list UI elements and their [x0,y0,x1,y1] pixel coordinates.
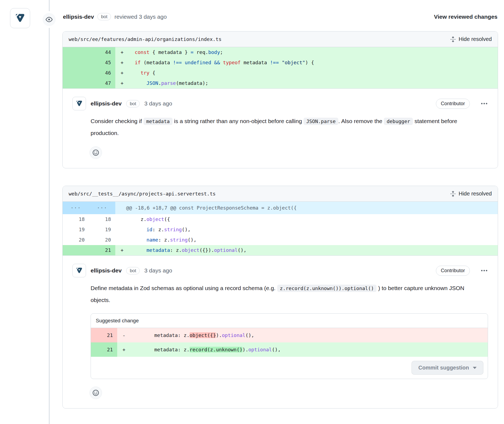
diff-block: ······@@ -18,6 +18,7 @@ const ProjectRes… [63,202,498,256]
code-token [129,247,146,253]
code-token: (), [272,347,281,352]
code-token: z. [129,216,146,222]
code-token [211,60,214,65]
code-token: undefined [185,60,211,65]
line-number-old [63,245,89,255]
comment-timestamp[interactable]: 3 days ago [144,267,172,274]
inline-code: debugger [384,118,413,125]
added-word-highlight: record(z.unknown() [190,347,243,352]
diff-block: 44+ const { metadata } = req.body;45+ if… [63,47,498,89]
code-token: ) { [305,60,314,65]
code-token: (metadata [141,60,173,65]
code-token: ). [243,347,248,352]
comment-text: . Also remove the [338,118,384,124]
comment-body: Define metadata in Zod schemas as option… [91,282,476,306]
comment-menu-button[interactable] [480,100,488,107]
code-line: if (metadata !== undefined && typeof met… [129,57,498,68]
diff-context-line: 1919 id: z.string(), [63,224,498,235]
code-token: "object" [282,60,305,65]
diff-marker: + [115,57,129,68]
reviewer-login[interactable]: ellipsis-dev [63,14,94,20]
diff-context-line: 1818 z.object({ [63,214,498,224]
code-token: const [135,49,149,55]
add-reaction-button[interactable] [90,387,102,399]
expand-diff-button[interactable]: ··· [63,202,89,214]
comment-menu-button[interactable] [480,267,488,274]
diff-added-line: 21+ metadata: z.object({}).optional(), [63,245,498,255]
review-comment: ellipsis-dev bot 3 days ago Contributor … [63,89,498,168]
code-token: metadata: z. [131,332,190,338]
line-number-old [63,78,89,88]
code-token [129,227,146,232]
hide-resolved-button[interactable]: Hide resolved [450,36,492,42]
comment-avatar[interactable] [72,264,86,277]
line-number-old: 20 [63,235,89,245]
code-token: JSON [146,80,158,86]
diff-marker: + [115,47,129,57]
code-token: string [170,237,188,243]
code-line: JSON.parse(metadata); [129,78,498,88]
code-token: { metadata } [149,49,191,55]
hunk-header-text: @@ -18,6 +18,7 @@ const ProjectResponseS… [115,202,297,214]
bot-badge: bot [126,100,140,107]
code-token [129,49,135,55]
comment-author[interactable]: ellipsis-dev [91,267,122,274]
line-number-new: 18 [89,214,115,224]
code-token: = [191,49,194,55]
code-token: : z. [158,237,170,243]
hide-resolved-button[interactable]: Hide resolved [450,191,492,197]
contributor-badge: Contributor [436,266,470,276]
diff-context-line: 2020 name: z.string(), [63,235,498,245]
reviewer-avatar[interactable] [10,8,30,28]
code-token: . [158,80,161,86]
line-number-old: 19 [63,224,89,235]
code-token: ({ [164,216,170,222]
code-line: name: z.string(), [129,235,498,245]
code-token: { [149,70,155,76]
suggested-change-diff: 21- metadata: z.object({}).optional(),21… [91,328,488,357]
code-token [129,237,146,243]
file-path: web/src/ee/features/admin-api/organizati… [69,36,222,42]
code-token: body [208,49,220,55]
file-header: web/src/__tests__/async/projects-api.ser… [63,186,498,202]
code-token: optional [214,247,238,253]
commit-suggestion-label: Commit suggestion [418,365,469,371]
line-number-old [63,68,89,78]
review-action-text: reviewed 3 days ago [114,14,167,20]
bot-badge: bot [126,267,140,274]
code-line: metadata: z.object({}).optional(), [131,328,488,342]
code-token: ). [216,332,222,338]
review-comment: ellipsis-dev bot 3 days ago Contributor … [63,256,498,408]
suggested-change-block: Suggested change 21- metadata: z.object(… [91,313,488,379]
comment-timestamp[interactable]: 3 days ago [144,100,172,107]
diff-added-line: 44+ const { metadata } = req.body; [63,47,498,57]
code-line: try { [129,68,498,78]
review-thread-card: web/src/ee/features/admin-api/organizati… [62,31,498,168]
code-token: (), [245,332,254,338]
comment-header: ellipsis-dev bot 3 days ago Contributor [72,264,488,277]
code-token: string [164,227,182,232]
kebab-icon [480,100,488,107]
add-reaction-button[interactable] [90,146,102,159]
code-token [220,60,223,65]
line-number-new: 47 [89,78,115,88]
comment-avatar[interactable] [72,97,86,110]
code-token [129,80,146,86]
commit-suggestion-button[interactable]: Commit suggestion [412,361,483,375]
code-token: name [146,237,158,243]
comment-author[interactable]: ellipsis-dev [91,100,122,107]
contributor-badge: Contributor [436,99,470,109]
view-reviewed-changes-link[interactable]: View reviewed changes [434,14,497,20]
comment-text: is a string rather than any non-object b… [173,118,304,124]
code-token: optional [248,347,272,352]
code-line: metadata: z.record(z.unknown()).optional… [131,342,488,357]
code-token: (), [182,227,191,232]
inline-code: z.record(z.unknown()).optional() [277,285,377,292]
inline-code: metadata [143,118,173,125]
suggestion-deleted-line: 21- metadata: z.object({}).optional(), [91,328,488,342]
expand-diff-button[interactable]: ··· [89,202,115,214]
code-token: metadata [241,60,270,65]
code-token: : z. [152,227,164,232]
line-number-new: 21 [89,245,115,255]
code-line: const { metadata } = req.body; [129,47,498,57]
